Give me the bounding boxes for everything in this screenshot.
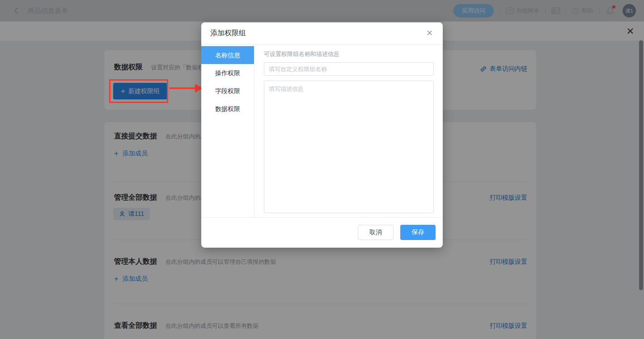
scrollbar-thumb[interactable] [639,40,643,290]
modal-footer: 取消 保存 [201,217,443,247]
form-hint: 可设置权限组名称和描述信息 [264,50,434,58]
annotation-highlight-box [109,79,168,103]
group-description-textarea[interactable] [264,81,434,213]
tab-name-info[interactable]: 名称信息 [201,46,254,64]
modal-close-icon[interactable]: ✕ [426,28,433,38]
tab-field-permission[interactable]: 字段权限 [201,82,254,100]
modal-tabs: 名称信息 操作权限 字段权限 数据权限 [201,45,254,217]
annotation-arrow-line [169,87,195,89]
cancel-button[interactable]: 取消 [358,225,394,240]
modal-title: 添加权限组 [210,29,246,38]
group-name-input[interactable] [264,62,434,76]
modal-body: 名称信息 操作权限 字段权限 数据权限 可设置权限组名称和描述信息 [201,45,443,217]
modal-form: 可设置权限组名称和描述信息 [254,45,443,217]
tab-operation-permission[interactable]: 操作权限 [201,64,254,82]
add-permission-group-modal: 添加权限组 ✕ 名称信息 操作权限 字段权限 数据权限 可设置权限组名称和描述信… [201,22,443,248]
tab-data-permission[interactable]: 数据权限 [201,100,254,118]
save-button[interactable]: 保存 [400,225,436,240]
modal-header: 添加权限组 ✕ [201,22,443,45]
